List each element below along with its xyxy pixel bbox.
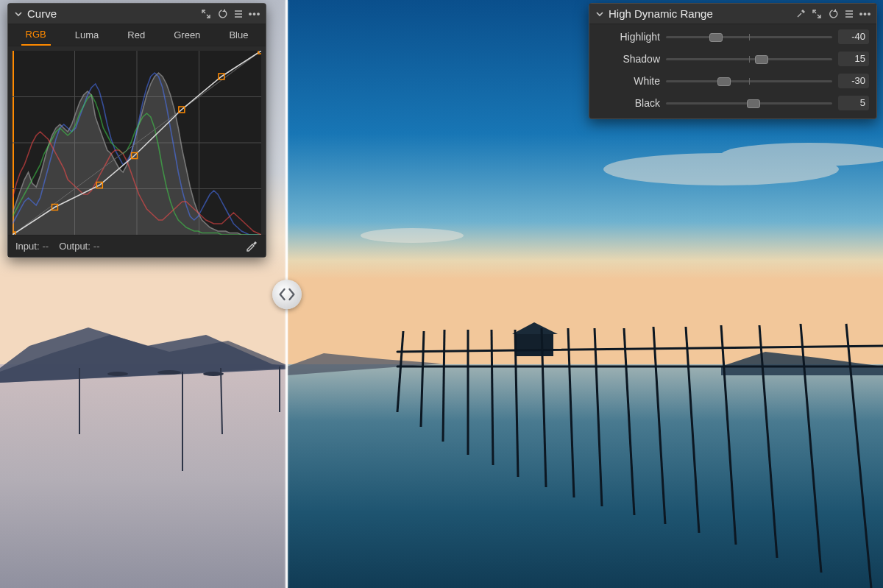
curve-input-label: Input: bbox=[15, 241, 40, 252]
curve-tab-green[interactable]: Green bbox=[169, 25, 205, 45]
chevron-down-icon[interactable] bbox=[14, 10, 23, 18]
hdr-sliders: Highlight-40Shadow15White-30Black5 bbox=[589, 24, 876, 118]
svg-point-15 bbox=[361, 228, 464, 243]
svg-line-23 bbox=[492, 330, 493, 465]
svg-point-8 bbox=[107, 372, 128, 376]
curve-panel: Curve ••• RGBLumaRedGreenBlue Input: -- … bbox=[7, 3, 266, 258]
expand-icon[interactable] bbox=[812, 9, 822, 19]
curve-channel-tabs: RGBLumaRedGreenBlue bbox=[8, 24, 266, 46]
svg-rect-16 bbox=[515, 334, 553, 356]
curve-graph[interactable] bbox=[13, 51, 261, 235]
svg-point-9 bbox=[157, 370, 181, 375]
slider-row-white: White-30 bbox=[597, 73, 869, 89]
color-picker-icon[interactable] bbox=[245, 238, 258, 254]
menu-icon[interactable] bbox=[844, 9, 854, 19]
chevron-down-icon[interactable] bbox=[595, 10, 604, 18]
shadow-slider[interactable] bbox=[666, 52, 832, 65]
curve-tab-luma[interactable]: Luma bbox=[71, 25, 104, 45]
white-label: White bbox=[597, 75, 660, 87]
curve-output-label: Output: bbox=[59, 241, 91, 252]
black-slider[interactable] bbox=[666, 96, 832, 110]
curve-input-value: -- bbox=[43, 241, 49, 252]
shadow-value[interactable]: 15 bbox=[838, 52, 869, 66]
white-value[interactable]: -30 bbox=[838, 74, 869, 88]
curve-tab-red[interactable]: Red bbox=[123, 25, 149, 45]
shadow-label: Shadow bbox=[597, 53, 660, 65]
highlight-value[interactable]: -40 bbox=[838, 29, 869, 44]
more-icon[interactable]: ••• bbox=[249, 9, 260, 19]
expand-icon[interactable] bbox=[201, 9, 211, 19]
hdr-panel-title: High Dynamic Range bbox=[609, 7, 791, 20]
svg-point-10 bbox=[203, 372, 224, 376]
slider-row-highlight: Highlight-40 bbox=[597, 29, 869, 45]
curve-tab-blue[interactable]: Blue bbox=[224, 25, 252, 45]
curve-tab-rgb[interactable]: RGB bbox=[21, 24, 51, 46]
more-icon[interactable]: ••• bbox=[860, 9, 870, 19]
hdr-panel-header[interactable]: High Dynamic Range ••• bbox=[589, 4, 876, 24]
slider-row-black: Black5 bbox=[597, 95, 869, 111]
curve-panel-header[interactable]: Curve ••• bbox=[8, 4, 266, 24]
slider-row-shadow: Shadow15 bbox=[597, 51, 869, 67]
menu-icon[interactable] bbox=[233, 9, 244, 19]
curve-output-value: -- bbox=[93, 241, 100, 252]
hdr-panel: High Dynamic Range ••• Highlight-40Shado… bbox=[589, 3, 877, 119]
reset-icon[interactable] bbox=[217, 9, 227, 19]
eyedropper-icon[interactable] bbox=[795, 9, 806, 19]
black-value[interactable]: 5 bbox=[838, 96, 869, 110]
curve-panel-title: Curve bbox=[27, 7, 196, 20]
svg-line-21 bbox=[443, 330, 444, 442]
black-label: Black bbox=[597, 97, 660, 109]
highlight-slider[interactable] bbox=[666, 30, 832, 43]
reset-icon[interactable] bbox=[828, 9, 838, 19]
white-slider[interactable] bbox=[666, 74, 832, 88]
comparison-handle[interactable] bbox=[272, 280, 302, 309]
highlight-label: Highlight bbox=[597, 31, 660, 43]
